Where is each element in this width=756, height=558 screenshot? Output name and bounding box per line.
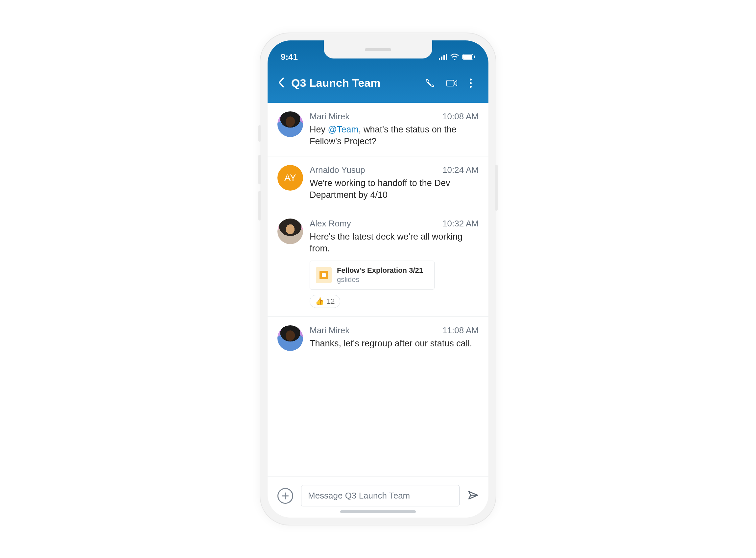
message-item[interactable]: Mari Mirek 10:08 AM Hey @Team, what's th… (268, 103, 488, 156)
silence-switch (258, 125, 261, 142)
more-options-icon[interactable] (470, 78, 472, 88)
reaction-chip[interactable]: 👍 12 (310, 295, 340, 308)
status-time: 9:41 (281, 52, 298, 62)
message-item[interactable]: Alex Romy 10:32 AM Here's the latest dec… (268, 210, 488, 317)
attachment-title: Fellow's Exploration 3/21 (337, 266, 423, 275)
send-button[interactable] (468, 490, 479, 502)
phone-screen: 9:41 Q3 Launch Team (268, 41, 488, 517)
gslides-icon (316, 267, 332, 283)
svg-rect-1 (463, 55, 472, 59)
volume-down-button (258, 191, 261, 221)
svg-point-6 (470, 86, 472, 88)
message-time: 11:08 AM (443, 325, 479, 335)
svg-rect-2 (474, 55, 475, 58)
message-input[interactable]: Message Q3 Launch Team (301, 485, 459, 506)
add-attachment-button[interactable] (277, 488, 293, 504)
message-text: We're working to handoff to the Dev Depa… (310, 177, 479, 201)
avatar[interactable]: AY (277, 165, 303, 191)
mention[interactable]: @Team (328, 125, 359, 134)
svg-rect-3 (447, 80, 454, 86)
message-author[interactable]: Mari Mirek (310, 325, 349, 335)
message-author[interactable]: Arnaldo Yusup (310, 165, 365, 175)
svg-point-4 (470, 79, 472, 80)
message-author[interactable]: Mari Mirek (310, 111, 349, 122)
power-button (495, 164, 498, 211)
reaction-count: 12 (327, 297, 335, 306)
channel-title[interactable]: Q3 Launch Team (291, 77, 418, 90)
avatar[interactable] (277, 325, 303, 351)
message-time: 10:32 AM (443, 219, 479, 229)
reaction-emoji: 👍 (315, 297, 324, 306)
message-time: 10:24 AM (443, 165, 479, 175)
message-text: Hey @Team, what's the status on the Fell… (310, 124, 479, 148)
message-text: Thanks, let's regroup after our status c… (310, 337, 479, 349)
phone-frame: 9:41 Q3 Launch Team (260, 32, 496, 526)
status-indicators (439, 54, 475, 60)
back-button[interactable] (277, 77, 285, 90)
message-time: 10:08 AM (443, 111, 479, 122)
video-call-icon[interactable] (446, 79, 457, 87)
cellular-signal-icon (439, 54, 447, 60)
volume-up-button (258, 155, 261, 184)
battery-icon (462, 54, 475, 60)
message-author[interactable]: Alex Romy (310, 219, 351, 229)
avatar[interactable] (277, 219, 303, 244)
home-indicator[interactable] (340, 510, 416, 513)
svg-point-5 (470, 82, 472, 84)
message-item[interactable]: Mari Mirek 11:08 AM Thanks, let's regrou… (268, 317, 488, 359)
message-item[interactable]: AY Arnaldo Yusup 10:24 AM We're working … (268, 156, 488, 210)
message-text: Here's the latest deck we're all working… (310, 231, 479, 255)
notch (324, 41, 432, 58)
wifi-icon (450, 54, 459, 60)
message-list[interactable]: Mari Mirek 10:08 AM Hey @Team, what's th… (268, 103, 488, 476)
attachment-card[interactable]: Fellow's Exploration 3/21 gslides (310, 261, 434, 289)
phone-call-icon[interactable] (425, 78, 434, 88)
avatar[interactable] (277, 111, 303, 137)
nav-bar: Q3 Launch Team (268, 77, 488, 90)
attachment-type: gslides (337, 275, 423, 284)
